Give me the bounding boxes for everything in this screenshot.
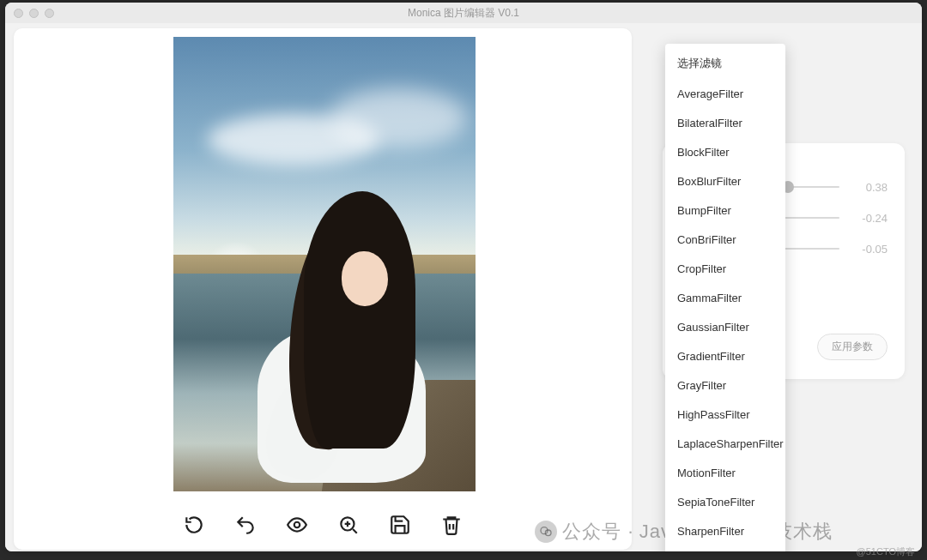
filter-option[interactable]: BumpFilter bbox=[665, 196, 785, 225]
zoom-button[interactable] bbox=[336, 512, 361, 538]
save-button[interactable] bbox=[387, 512, 413, 538]
filter-option[interactable]: GammaFilter bbox=[665, 283, 785, 312]
slider-value: -0.24 bbox=[848, 212, 888, 225]
image-preview bbox=[173, 37, 476, 491]
filter-option[interactable]: HighPassFilter bbox=[665, 400, 785, 429]
filter-option[interactable]: SharpenFilter bbox=[665, 516, 785, 545]
filter-dropdown[interactable]: 选择滤镜 AverageFilterBilateralFilterBlockFi… bbox=[665, 44, 785, 551]
slider-value: -0.05 bbox=[848, 243, 888, 256]
preview-button[interactable] bbox=[284, 512, 310, 538]
filter-option[interactable]: BoxBlurFilter bbox=[665, 166, 785, 196]
canvas-card bbox=[14, 28, 632, 550]
filter-option[interactable]: GaussianFilter bbox=[665, 312, 785, 341]
titlebar: Monica 图片编辑器 V0.1 bbox=[5, 3, 922, 23]
eye-icon bbox=[286, 514, 308, 536]
filter-option[interactable]: ConBriFilter bbox=[665, 225, 785, 254]
svg-point-0 bbox=[294, 522, 300, 528]
filter-option[interactable]: GradientFilter bbox=[665, 341, 785, 370]
trash-icon bbox=[440, 514, 463, 536]
filter-option[interactable]: SepiaToneFilter bbox=[665, 487, 785, 516]
filter-option[interactable]: MotionFilter bbox=[665, 458, 785, 487]
rotate-button[interactable] bbox=[181, 512, 207, 538]
app-window: Monica 图片编辑器 V0.1 bbox=[5, 3, 922, 551]
filter-option[interactable]: CropFilter bbox=[665, 254, 785, 283]
filter-option[interactable]: GrayFilter bbox=[665, 370, 785, 400]
zoom-in-icon bbox=[337, 514, 360, 536]
apply-params-button[interactable]: 应用参数 bbox=[817, 334, 888, 360]
window-title: Monica 图片编辑器 V0.1 bbox=[5, 6, 922, 21]
filter-dropdown-header: 选择滤镜 bbox=[665, 47, 785, 79]
content-area: 饱0.38色-0.24亮-0.05 应用参数 选择滤镜 AverageFilte… bbox=[5, 23, 922, 551]
undo-button[interactable] bbox=[233, 512, 258, 538]
corner-watermark: @51CTO博客 bbox=[857, 545, 915, 558]
image-toolbar bbox=[181, 512, 464, 538]
filter-option[interactable]: LaplaceSharpenFilter bbox=[665, 429, 785, 458]
filter-option[interactable]: AverageFilter bbox=[665, 79, 785, 108]
slider-value: 0.38 bbox=[848, 181, 888, 194]
delete-button[interactable] bbox=[439, 512, 464, 538]
rotate-icon bbox=[183, 514, 205, 536]
undo-icon bbox=[234, 514, 257, 536]
filter-option[interactable]: BilateralFilter bbox=[665, 108, 785, 137]
filter-option[interactable]: BlockFilter bbox=[665, 137, 785, 166]
filter-option[interactable]: SpotlightFilter bbox=[665, 545, 785, 551]
save-icon bbox=[389, 514, 411, 536]
